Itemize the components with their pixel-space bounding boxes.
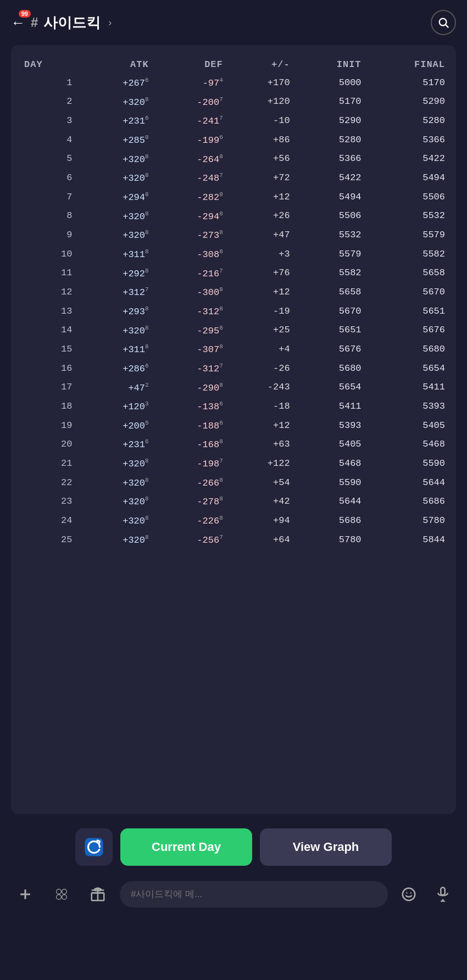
cell-diff: +3 — [229, 244, 296, 264]
cell-init: 5506 — [296, 207, 367, 226]
current-day-button[interactable]: Current Day — [120, 828, 252, 866]
cell-diff: +72 — [229, 168, 296, 187]
cell-def: -1996 — [154, 130, 229, 149]
cell-final: 5280 — [367, 111, 451, 130]
message-input[interactable] — [120, 881, 388, 907]
svg-point-7 — [57, 895, 62, 900]
cell-def: -3088 — [154, 244, 229, 264]
cell-atk: +3208 — [80, 92, 154, 112]
table-row: 13 +2938 -3128 -19 5670 5651 — [16, 302, 451, 321]
cell-init: 5170 — [296, 92, 367, 112]
cell-def: -2908 — [154, 378, 229, 397]
cell-diff: +63 — [229, 435, 296, 454]
search-button[interactable] — [431, 10, 456, 35]
gift-button[interactable] — [84, 880, 112, 909]
cell-init: 5468 — [296, 454, 367, 473]
cell-def: -1987 — [154, 454, 229, 473]
cell-atk: +2928 — [80, 264, 154, 283]
cell-atk: +3208 — [80, 454, 154, 473]
bottom-buttons-bar: Current Day View Graph — [0, 820, 467, 873]
cell-final: 5506 — [367, 187, 451, 207]
svg-point-12 — [403, 888, 415, 901]
cell-def: -1688 — [154, 435, 229, 454]
col-header-atk: ATK — [80, 56, 154, 73]
cell-init: 5654 — [296, 378, 367, 397]
cell-day: 8 — [16, 207, 80, 226]
refresh-button[interactable] — [75, 828, 113, 866]
table-row: 20 +2316 -1688 +63 5405 5468 — [16, 435, 451, 454]
cell-init: 5422 — [296, 168, 367, 187]
cell-diff: +120 — [229, 92, 296, 112]
cell-init: 5411 — [296, 397, 367, 416]
cell-atk: +3118 — [80, 244, 154, 264]
table-row: 16 +2866 -3127 -26 5680 5654 — [16, 359, 451, 378]
cell-day: 19 — [16, 416, 80, 435]
cell-diff: +170 — [229, 73, 296, 92]
cell-atk: +2866 — [80, 359, 154, 378]
svg-line-1 — [446, 25, 448, 27]
cell-day: 7 — [16, 187, 80, 207]
cell-init: 5658 — [296, 282, 367, 302]
view-graph-button[interactable]: View Graph — [260, 828, 392, 866]
cell-init: 5680 — [296, 359, 367, 378]
cell-day: 11 — [16, 264, 80, 283]
plus-icon — [17, 886, 34, 903]
cell-day: 2 — [16, 92, 80, 112]
cell-atk: +3208 — [80, 149, 154, 169]
channel-name: 사이드킥 — [43, 13, 101, 32]
cell-day: 3 — [16, 111, 80, 130]
cell-day: 9 — [16, 225, 80, 244]
cell-final: 5290 — [367, 92, 451, 112]
svg-point-13 — [406, 892, 408, 894]
cell-diff: -19 — [229, 302, 296, 321]
cell-atk: +3208 — [80, 321, 154, 340]
back-button[interactable]: ← 99 — [11, 14, 25, 31]
table-row: 10 +3118 -3088 +3 5579 5582 — [16, 244, 451, 264]
cell-final: 5844 — [367, 530, 451, 549]
cell-init: 5366 — [296, 149, 367, 169]
cell-day: 12 — [16, 282, 80, 302]
cell-diff: +25 — [229, 321, 296, 340]
cell-day: 22 — [16, 473, 80, 492]
table-row: 11 +2928 -2167 +76 5582 5658 — [16, 264, 451, 283]
table-row: 23 +3208 -2788 +42 5644 5686 — [16, 492, 451, 511]
cell-day: 25 — [16, 530, 80, 549]
table-row: 25 +3208 -2567 +64 5780 5844 — [16, 530, 451, 549]
cell-diff: +86 — [229, 130, 296, 149]
view-graph-label: View Graph — [293, 840, 359, 854]
svg-point-5 — [57, 889, 62, 894]
cell-init: 5579 — [296, 244, 367, 264]
cell-atk: +2938 — [80, 302, 154, 321]
notification-badge: 99 — [19, 10, 31, 18]
svg-point-8 — [62, 895, 67, 900]
cell-diff: +56 — [229, 149, 296, 169]
table-row: 4 +2858 -1996 +86 5280 5366 — [16, 130, 451, 149]
apps-button[interactable] — [47, 880, 76, 909]
cell-init: 5494 — [296, 187, 367, 207]
cell-final: 5680 — [367, 339, 451, 359]
cell-init: 5676 — [296, 339, 367, 359]
add-button[interactable] — [11, 880, 40, 909]
cell-day: 10 — [16, 244, 80, 264]
current-day-label: Current Day — [152, 840, 221, 854]
cell-def: -2007 — [154, 92, 229, 112]
cell-def: -2958 — [154, 321, 229, 340]
mic-button[interactable] — [430, 881, 456, 907]
cell-atk: +1203 — [80, 397, 154, 416]
cell-init: 5000 — [296, 73, 367, 92]
cell-atk: +3127 — [80, 282, 154, 302]
cell-def: -2948 — [154, 207, 229, 226]
cell-final: 5676 — [367, 321, 451, 340]
emoji-button[interactable] — [396, 881, 422, 907]
cell-init: 5780 — [296, 530, 367, 549]
cell-atk: +3208 — [80, 225, 154, 244]
cell-def: -2828 — [154, 187, 229, 207]
table-row: 15 +3118 -3078 +4 5676 5680 — [16, 339, 451, 359]
cell-day: 16 — [16, 359, 80, 378]
col-header-init: INIT — [296, 56, 367, 73]
cell-init: 5644 — [296, 492, 367, 511]
cell-atk: +2316 — [80, 111, 154, 130]
cell-def: -974 — [154, 73, 229, 92]
cell-final: 5686 — [367, 492, 451, 511]
emoji-icon — [401, 886, 417, 903]
